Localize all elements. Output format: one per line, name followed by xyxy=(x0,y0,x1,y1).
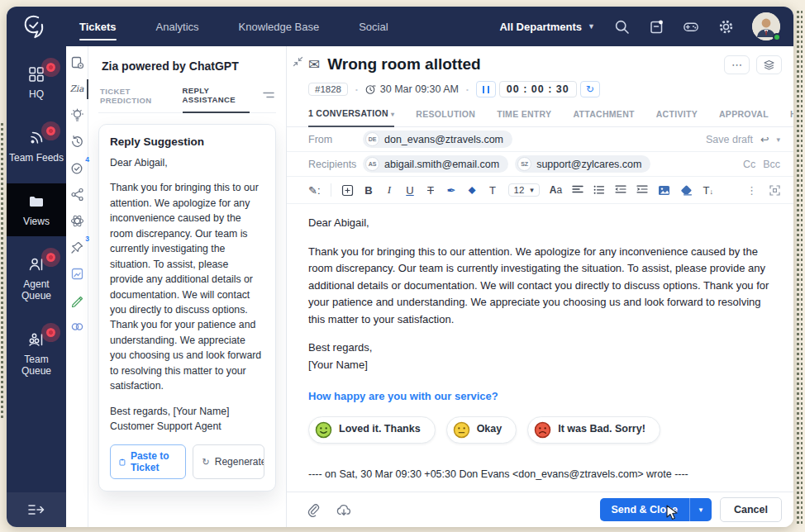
cc-button[interactable]: Cc xyxy=(743,159,755,170)
sidebar-item-team-queue[interactable]: Team Queue xyxy=(7,321,66,387)
from-label: From xyxy=(308,134,363,145)
sidebar-item-hq[interactable]: HQ xyxy=(7,56,66,110)
from-email: don_evans@ztravels.com xyxy=(384,134,503,145)
sidebar-item-agent-queue[interactable]: Agent Queue xyxy=(7,246,66,311)
clear-format-icon[interactable]: T↓ xyxy=(703,183,713,197)
tab-social[interactable]: Social xyxy=(339,7,407,46)
italic-icon[interactable]: I xyxy=(384,183,395,197)
departments-label: All Departments xyxy=(499,21,582,33)
tab-conversation[interactable]: 1 CONVERSATION ▾ xyxy=(308,108,394,127)
cc-bcc: Cc Bcc xyxy=(743,159,780,170)
pin-icon[interactable]: 3 xyxy=(69,240,84,254)
recipient-avatar: SZ xyxy=(517,157,531,171)
send-options-dropdown[interactable]: ▼ xyxy=(689,498,712,521)
send-and-close-button[interactable]: Send & Close ▼ xyxy=(600,498,712,521)
tab-history[interactable]: HISTORY xyxy=(790,109,793,126)
ticket-header: ✉ Wrong room allotted ⋯ #1828 • xyxy=(287,46,793,97)
recipient-chip[interactable]: AS abigail.smith@email.com xyxy=(363,155,508,173)
zia-icon[interactable]: Zia xyxy=(69,81,84,96)
survey-option-bad[interactable]: It was Bad. Sorry! xyxy=(527,416,660,444)
more-tools-icon[interactable]: ⋮ xyxy=(746,183,757,197)
history-icon[interactable] xyxy=(69,134,84,149)
survey-option-okay[interactable]: Okay xyxy=(446,416,517,444)
zia-tab-reply-assistance[interactable]: REPLY ASSISTANCE xyxy=(183,82,250,113)
text-style-icon[interactable]: T xyxy=(488,183,498,197)
highlight-icon[interactable]: ⬥ xyxy=(467,183,478,197)
sidebar-item-views[interactable]: Views xyxy=(7,183,66,237)
tab-tickets[interactable]: Tickets xyxy=(60,7,136,46)
games-icon[interactable] xyxy=(683,18,699,35)
toolbar-right: ⋮ xyxy=(746,183,780,197)
timer-pause-button[interactable] xyxy=(476,81,496,97)
settings-icon[interactable] xyxy=(717,18,734,35)
layers-button[interactable] xyxy=(756,55,782,74)
recipient-chip[interactable]: SZ support@zylcares.com xyxy=(515,155,650,173)
team-icon xyxy=(27,330,45,349)
survey-question[interactable]: How happy are you with our service? xyxy=(308,388,772,406)
align-left-icon[interactable] xyxy=(572,183,584,197)
outdent-icon[interactable] xyxy=(615,183,626,197)
editor-empty-space[interactable] xyxy=(308,483,772,492)
departments-dropdown[interactable]: All Departments ▼ xyxy=(499,21,595,33)
zia-panel: Zia powered by ChatGPT TICKET PREDICTION… xyxy=(88,46,287,527)
zoho-desk-logo[interactable] xyxy=(7,12,60,40)
chevron-down-icon[interactable]: ▾ xyxy=(776,135,780,144)
tab-activity[interactable]: ACTIVITY xyxy=(656,109,698,126)
activities-icon[interactable]: 4 xyxy=(69,160,84,175)
insert-template-icon[interactable] xyxy=(341,183,354,197)
zia-tab-overflow-icon[interactable] xyxy=(263,88,274,107)
zia-greeting: Dear Abigail, xyxy=(110,155,264,170)
font-color-icon[interactable]: ✒ xyxy=(446,183,457,197)
sidebar-item-team-feeds[interactable]: Team Feeds xyxy=(7,120,66,173)
collapse-panel-icon[interactable] xyxy=(293,55,303,70)
insert-image-icon[interactable] xyxy=(658,183,670,197)
ticket-settings-icon[interactable] xyxy=(69,55,84,69)
sidebar-expand-button[interactable] xyxy=(7,492,66,527)
indent-icon[interactable] xyxy=(636,183,648,197)
dot-separator: • xyxy=(355,86,358,93)
timer-reset-button[interactable]: ↻ xyxy=(580,81,600,97)
tab-time-entry[interactable]: TIME ENTRY xyxy=(497,109,551,126)
tab-approval[interactable]: APPROVAL xyxy=(719,109,769,126)
email-editor-body[interactable]: Dear Abigail, Thank you for bringing thi… xyxy=(287,204,793,492)
reply-icon[interactable]: ↩ xyxy=(760,133,769,145)
automation-icon[interactable] xyxy=(69,213,84,228)
compose-icon[interactable] xyxy=(69,292,84,307)
from-address-chip[interactable]: DE don_evans@ztravels.com xyxy=(363,131,512,148)
cloud-import-icon[interactable] xyxy=(336,504,351,516)
strikethrough-icon[interactable]: T xyxy=(426,183,436,197)
links-icon[interactable] xyxy=(69,319,84,334)
tab-resolution[interactable]: RESOLUTION xyxy=(416,109,475,126)
zia-tab-ticket-prediction[interactable]: TICKET PREDICTION xyxy=(100,83,169,112)
canvas-icon[interactable] xyxy=(69,266,84,281)
paste-to-ticket-button[interactable]: Paste to Ticket xyxy=(110,444,186,479)
share-icon[interactable] xyxy=(69,187,84,202)
ideas-icon[interactable] xyxy=(69,107,84,122)
save-draft-label[interactable]: Save draft xyxy=(706,134,753,145)
underline-icon[interactable]: U xyxy=(405,183,416,197)
tab-analytics[interactable]: Analytics xyxy=(136,7,219,46)
signature-icon[interactable]: ✎: xyxy=(308,183,321,197)
cancel-button[interactable]: Cancel xyxy=(720,497,782,522)
contacts-icon[interactable] xyxy=(648,18,664,35)
user-avatar[interactable] xyxy=(752,12,780,40)
ticket-title-row: ✉ Wrong room allotted xyxy=(308,55,481,74)
recipients-label: Recipients xyxy=(308,159,363,170)
more-actions-button[interactable]: ⋯ xyxy=(724,55,750,74)
eraser-icon[interactable] xyxy=(680,183,693,197)
bold-icon[interactable]: B xyxy=(364,183,374,197)
refresh-icon: ↻ xyxy=(202,457,210,468)
agent-icon xyxy=(27,255,45,273)
attach-file-icon[interactable] xyxy=(307,503,320,517)
survey-option-loved-it[interactable]: Loved it. Thanks xyxy=(308,416,436,444)
ticket-id-badge: #1828 xyxy=(308,83,348,96)
tab-knowledge-base[interactable]: Knowledge Base xyxy=(219,7,340,46)
fullscreen-icon[interactable] xyxy=(769,183,780,197)
bullet-list-icon[interactable] xyxy=(593,183,605,197)
bcc-button[interactable]: Bcc xyxy=(763,159,780,170)
tab-attachment[interactable]: ATTACHMENT xyxy=(573,109,634,126)
search-icon[interactable] xyxy=(613,18,630,35)
regenerate-button[interactable]: ↻ Regenerate xyxy=(193,445,264,478)
font-size-select[interactable]: 12 ▾ xyxy=(508,183,540,197)
font-family-icon[interactable]: Aa xyxy=(550,183,562,197)
